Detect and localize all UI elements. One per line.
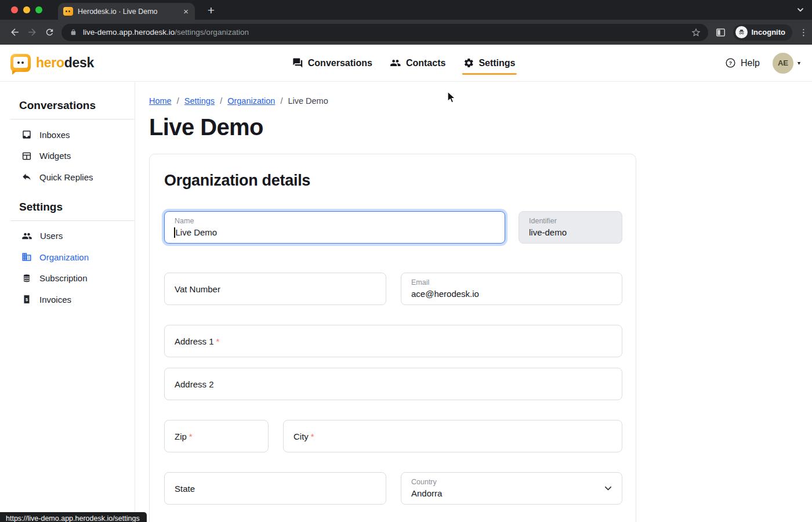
- help-button[interactable]: ? Help: [725, 57, 760, 68]
- status-bar-url: https://live-demo.app.herodesk.io/settin…: [0, 512, 147, 522]
- sidebar-item-invoices[interactable]: $ Invoices: [0, 289, 135, 310]
- herodesk-logo-text: herodesk: [36, 55, 94, 71]
- incognito-icon: [735, 26, 748, 38]
- zip-field[interactable]: Zip*: [164, 420, 269, 452]
- chevron-down-icon: [604, 484, 612, 493]
- breadcrumb-separator: /: [220, 96, 222, 106]
- tab-title: Herodesk.io · Live Demo: [78, 8, 182, 16]
- sidebar-item-organization[interactable]: Organization: [0, 246, 135, 268]
- organization-details-card: Organization details Name Live Demo Iden…: [149, 154, 636, 522]
- widgets-icon: [21, 151, 32, 161]
- address2-field[interactable]: Address 2: [164, 368, 622, 400]
- sidebar-item-inboxes[interactable]: Inboxes: [0, 124, 135, 146]
- forward-button[interactable]: [23, 24, 41, 41]
- reply-icon: [21, 172, 32, 182]
- avatar: AE: [773, 53, 793, 74]
- building-icon: [21, 252, 32, 262]
- city-field[interactable]: City*: [283, 420, 622, 452]
- new-tab-button[interactable]: +: [204, 3, 218, 17]
- sidebar-section-conversations: Conversations: [0, 99, 135, 119]
- herodesk-favicon-icon: [63, 7, 73, 16]
- email-field[interactable]: Email ace@herodesk.io: [401, 273, 622, 305]
- chat-bubbles-icon: [292, 57, 303, 68]
- people-icon: [390, 57, 401, 68]
- sidebar-item-label: Invoices: [39, 295, 71, 304]
- browser-menu-button[interactable]: ⋮: [799, 30, 806, 35]
- field-label: City*: [293, 432, 314, 441]
- field-value: Andorra: [411, 488, 442, 498]
- state-field[interactable]: State: [164, 472, 386, 505]
- bookmark-star-icon[interactable]: [691, 27, 701, 38]
- help-label: Help: [741, 58, 760, 68]
- divider: [10, 119, 134, 119]
- gear-icon: [463, 57, 474, 68]
- breadcrumb-organization[interactable]: Organization: [227, 96, 275, 106]
- app-header: herodesk Conversations Contacts Settings…: [0, 45, 812, 82]
- vat-number-field[interactable]: Vat Number: [164, 273, 386, 305]
- screen: Herodesk.io · Live Demo × + live-demo.ap…: [0, 0, 812, 522]
- window-close-button[interactable]: [11, 6, 18, 13]
- sidebar-item-users[interactable]: Users: [0, 226, 135, 247]
- breadcrumb-settings[interactable]: Settings: [184, 96, 215, 106]
- inbox-icon: [21, 129, 32, 140]
- divider: [10, 220, 134, 221]
- svg-text:?: ?: [729, 60, 732, 66]
- address-bar[interactable]: live-demo.app.herodesk.io/settings/organ…: [61, 24, 708, 41]
- forward-arrow-icon: [27, 27, 38, 38]
- window-minimize-button[interactable]: [23, 6, 30, 13]
- address1-field[interactable]: Address 1*: [164, 325, 622, 357]
- incognito-label: Incognito: [752, 28, 786, 37]
- back-button[interactable]: [6, 24, 23, 41]
- sidebar-item-label: Users: [40, 231, 63, 241]
- main-content: Home / Settings / Organization / Live De…: [135, 82, 812, 522]
- required-marker: *: [216, 336, 220, 346]
- field-label: Address 2: [175, 379, 214, 389]
- tab-search-chevron-icon[interactable]: [796, 6, 804, 14]
- sidebar: Conversations Inboxes Widgets Quick Repl…: [0, 82, 135, 522]
- field-label: Identifier: [529, 217, 557, 225]
- side-panel-icon[interactable]: [715, 27, 726, 38]
- nav-label: Contacts: [406, 58, 445, 68]
- field-label: Zip*: [175, 432, 193, 441]
- refresh-icon: [45, 27, 55, 37]
- field-label: State: [175, 484, 195, 494]
- sidebar-item-subscription[interactable]: Subscription: [0, 268, 135, 289]
- nav-settings[interactable]: Settings: [463, 45, 515, 81]
- nav-label: Conversations: [308, 58, 372, 68]
- field-value: live-demo: [529, 227, 567, 237]
- url-path: /settings/organization: [175, 28, 249, 37]
- herodesk-logo[interactable]: herodesk: [10, 54, 94, 72]
- field-value: Live Demo: [175, 227, 217, 238]
- sidebar-item-widgets[interactable]: Widgets: [0, 146, 135, 167]
- field-label: Address 1*: [175, 336, 219, 346]
- window-zoom-button[interactable]: [35, 6, 42, 13]
- breadcrumb: Home / Settings / Organization / Live De…: [149, 96, 812, 106]
- account-menu[interactable]: AE ▾: [773, 53, 800, 74]
- browser-tab[interactable]: Herodesk.io · Live Demo ×: [58, 3, 195, 20]
- required-marker: *: [189, 432, 193, 441]
- name-field[interactable]: Name Live Demo: [164, 211, 505, 244]
- breadcrumb-current: Live Demo: [288, 96, 328, 106]
- close-tab-icon[interactable]: ×: [182, 7, 190, 16]
- field-label: Email: [411, 278, 429, 287]
- refresh-button[interactable]: [41, 24, 58, 41]
- url-host: live-demo.app.herodesk.io: [83, 28, 175, 37]
- invoice-icon: $: [21, 294, 32, 304]
- breadcrumb-home[interactable]: Home: [149, 96, 172, 106]
- card-title: Organization details: [164, 172, 621, 190]
- breadcrumb-separator: /: [177, 96, 179, 106]
- page-title: Live Demo: [149, 114, 812, 140]
- sidebar-item-label: Subscription: [39, 273, 88, 283]
- nav-conversations[interactable]: Conversations: [292, 45, 372, 81]
- field-label: Name: [175, 217, 194, 225]
- sidebar-item-label: Organization: [39, 252, 89, 262]
- sidebar-item-quick-replies[interactable]: Quick Replies: [0, 166, 135, 188]
- nav-label: Settings: [478, 58, 515, 68]
- field-label: Vat Number: [175, 284, 220, 294]
- nav-contacts[interactable]: Contacts: [390, 45, 445, 81]
- country-select[interactable]: Country Andorra: [401, 472, 622, 505]
- field-value: ace@herodesk.io: [411, 289, 479, 299]
- required-marker: *: [311, 432, 314, 441]
- herodesk-logo-icon: [10, 54, 31, 72]
- breadcrumb-separator: /: [280, 96, 282, 106]
